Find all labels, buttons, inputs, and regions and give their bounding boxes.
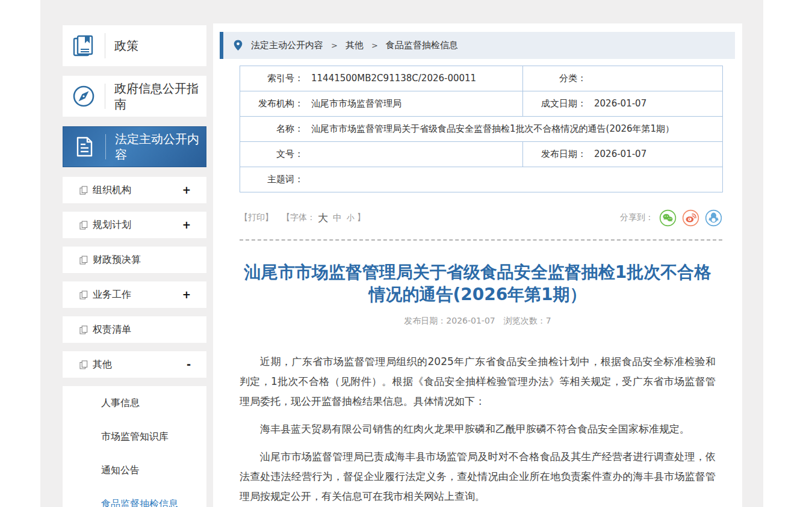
breadcrumb-item[interactable]: 食品监督抽检信息 xyxy=(386,40,458,51)
font-size-medium-button[interactable]: 中 xyxy=(333,212,342,224)
pages-icon xyxy=(79,186,88,195)
publish-date-label: 发布日期： xyxy=(404,316,446,325)
field-label: 发布日期： xyxy=(523,149,586,160)
field-value xyxy=(586,73,594,84)
sidebar-item-label: 组织机构 xyxy=(93,184,131,197)
article-meta: 发布日期：2026-01-07浏览次数：7 xyxy=(213,316,742,327)
field-label: 成文日期： xyxy=(523,98,586,109)
table-row: 名称：汕尾市市场监督管理局关于省级食品安全监督抽检1批次不合格情况的通告(202… xyxy=(240,117,723,142)
sidebar-subitem-label: 人事信息 xyxy=(101,397,140,410)
sidebar-item-organization[interactable]: 组织机构 + xyxy=(63,177,206,203)
publish-date-value: 2026-01-07 xyxy=(446,316,495,325)
pages-icon xyxy=(79,256,88,265)
pages-icon xyxy=(79,325,88,334)
breadcrumb-item[interactable]: 法定主动公开内容 xyxy=(251,40,323,51)
sidebar-section-policy[interactable]: 政策 xyxy=(63,25,206,66)
article-toolbar: 【打印】 【字体： 大 中 小 】 分享到： xyxy=(240,209,722,227)
sidebar-item-responsibility-list[interactable]: 权责清单 xyxy=(63,316,206,343)
expand-plus-icon[interactable]: + xyxy=(182,289,191,301)
sidebar: 政策 政府信息公开指南 xyxy=(63,25,206,507)
main-content-panel: 法定主动公开内容 > 其他 > 食品监督抽检信息 索引号：11441500MB2… xyxy=(213,23,742,507)
sidebar-section-statutory-disclosure[interactable]: 法定主动公开内容 xyxy=(63,126,206,167)
sidebar-item-fiscal-budget[interactable]: 财政预决算 xyxy=(63,247,206,273)
field-value: 2026-01-07 xyxy=(586,149,646,159)
category-cell: 分类： xyxy=(523,66,723,91)
expand-plus-icon[interactable]: + xyxy=(182,219,191,231)
page-canvas: 政策 政府信息公开指南 xyxy=(0,0,812,507)
sidebar-item-label: 业务工作 xyxy=(93,289,131,301)
sidebar-item-label: 其他 xyxy=(93,358,112,371)
field-value xyxy=(303,174,311,185)
sidebar-sublist-other: 人事信息 市场监管知识库 通知公告 食品监督抽检信息 xyxy=(63,386,206,507)
article-title: 汕尾市市场监督管理局关于省级食品安全监督抽检1批次不合格情况的通告(2026年第… xyxy=(237,261,718,306)
breadcrumb-separator: > xyxy=(331,41,338,50)
font-size-label-close: 】 xyxy=(357,212,365,223)
field-label: 发布机构： xyxy=(240,98,303,109)
publish-date-cell: 发布日期：2026-01-07 xyxy=(523,142,723,167)
table-row: 发布机构：汕尾市市场监督管理局 成文日期：2026-01-07 xyxy=(240,91,723,117)
book-icon xyxy=(63,33,105,58)
sidebar-subitem-label: 市场监管知识库 xyxy=(101,431,169,443)
pages-icon xyxy=(79,290,88,300)
field-label: 索引号： xyxy=(240,73,303,84)
compass-icon xyxy=(63,83,105,109)
sidebar-item-business-work[interactable]: 业务工作 + xyxy=(63,281,206,308)
sidebar-subitem-market-knowledge-base[interactable]: 市场监管知识库 xyxy=(63,420,206,453)
views-count: 7 xyxy=(546,316,551,325)
sidebar-item-other[interactable]: 其他 - xyxy=(63,351,206,378)
sidebar-item-planning[interactable]: 规划计划 + xyxy=(63,212,206,238)
index-number-cell: 索引号：11441500MB2C91138C/2026-00011 xyxy=(240,66,523,91)
sidebar-subitem-notices[interactable]: 通知公告 xyxy=(63,453,206,487)
views-label: 浏览次数： xyxy=(504,316,546,325)
dashed-divider xyxy=(240,239,722,241)
breadcrumb: 法定主动公开内容 > 其他 > 食品监督抽检信息 xyxy=(220,32,735,59)
article-paragraph: 近期，广东省市场监督管理局组织的2025年广东省食品安全抽检计划中，根据食品安全… xyxy=(240,352,716,411)
document-name-cell: 名称：汕尾市市场监督管理局关于省级食品安全监督抽检1批次不合格情况的通告(202… xyxy=(240,117,723,142)
article-body: 近期，广东省市场监督管理局组织的2025年广东省食品安全抽检计划中，根据食品安全… xyxy=(240,352,716,506)
field-value xyxy=(303,149,311,159)
field-label: 文号： xyxy=(240,149,303,160)
table-row: 文号： 发布日期：2026-01-07 xyxy=(240,142,723,167)
pages-icon xyxy=(79,221,88,230)
sidebar-section-label: 法定主动公开内容 xyxy=(106,131,206,162)
field-label: 主题词： xyxy=(240,174,303,185)
font-size-large-button[interactable]: 大 xyxy=(318,211,328,225)
field-value: 汕尾市市场监督管理局 xyxy=(303,98,401,109)
field-label: 名称： xyxy=(240,123,303,135)
font-size-label: 【字体： xyxy=(282,212,315,223)
breadcrumb-separator: > xyxy=(371,41,378,50)
table-row: 主题词： xyxy=(240,167,723,192)
sidebar-section-label: 政策 xyxy=(105,38,206,54)
keywords-cell: 主题词： xyxy=(240,167,723,192)
sidebar-item-label: 权责清单 xyxy=(93,324,131,336)
field-label: 分类： xyxy=(523,73,586,84)
document-info-table: 索引号：11441500MB2C91138C/2026-00011 分类： 发布… xyxy=(240,66,723,192)
share-bar: 分享到： xyxy=(620,209,722,227)
document-number-cell: 文号： xyxy=(240,142,523,167)
field-value: 2026-01-07 xyxy=(586,98,646,109)
field-value: 11441500MB2C91138C/2026-00011 xyxy=(303,73,476,84)
article-paragraph: 海丰县蓝天贸易有限公司销售的红肉火龙果甲胺磷和乙酰甲胺磷不符合食品安全国家标准规… xyxy=(240,419,716,439)
sidebar-item-label: 规划计划 xyxy=(93,219,131,232)
expand-plus-icon[interactable]: + xyxy=(182,184,191,196)
collapse-minus-icon[interactable]: - xyxy=(187,358,191,370)
weibo-icon[interactable] xyxy=(682,209,699,227)
sidebar-subitem-label: 食品监督抽检信息 xyxy=(101,498,178,507)
sidebar-section-gov-info-guide[interactable]: 政府信息公开指南 xyxy=(63,76,206,117)
wechat-icon[interactable] xyxy=(659,209,677,227)
field-value: 汕尾市市场监督管理局关于省级食品安全监督抽检1批次不合格情况的通告(2026年第… xyxy=(303,123,674,134)
sidebar-subitem-label: 通知公告 xyxy=(101,464,140,477)
sidebar-subitem-food-inspection-info[interactable]: 食品监督抽检信息 xyxy=(63,487,206,507)
font-size-controls: 【字体： 大 中 小 】 xyxy=(282,211,365,225)
table-row: 索引号：11441500MB2C91138C/2026-00011 分类： xyxy=(240,66,723,91)
print-button[interactable]: 【打印】 xyxy=(240,212,273,223)
qq-icon[interactable] xyxy=(705,209,722,227)
document-icon xyxy=(63,135,105,159)
publisher-cell: 发布机构：汕尾市市场监督管理局 xyxy=(240,91,523,117)
sidebar-section-label: 政府信息公开指南 xyxy=(105,81,206,112)
sidebar-subitem-personnel-info[interactable]: 人事信息 xyxy=(63,386,206,420)
breadcrumb-item[interactable]: 其他 xyxy=(346,40,364,51)
pages-icon xyxy=(79,360,88,369)
article-paragraph: 汕尾市市场监督管理局已责成海丰县市场监管局及时对不合格食品及其生产经营者进行调查… xyxy=(240,447,716,506)
font-size-small-button[interactable]: 小 xyxy=(347,212,355,223)
